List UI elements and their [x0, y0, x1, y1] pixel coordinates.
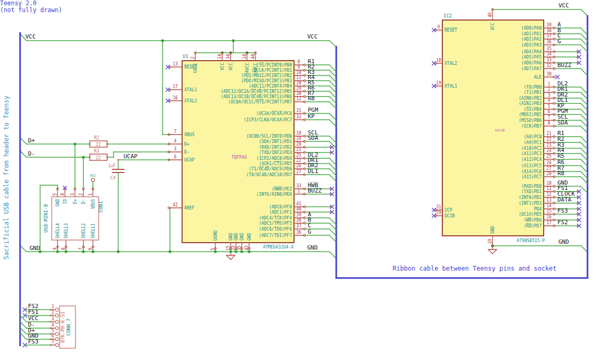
net-label: G [308, 228, 311, 235]
pin-end-dot [577, 225, 579, 227]
u1-footprint: TQFP44 [232, 155, 247, 160]
ic2-pin-name: (AD7)PA7 [521, 66, 542, 71]
vcc-symbol-icon [91, 178, 94, 181]
u1-pin-number: 31 [296, 108, 301, 113]
junction-dot [117, 250, 119, 253]
ic2-pin-number: 39 [546, 23, 552, 27]
ic2-pin-number: 36 [546, 40, 552, 44]
ic2-pin-number: 9 [438, 25, 440, 30]
con1-pin-name: ID [63, 199, 68, 204]
ic2-pin-name: (A8)PC0 [524, 135, 542, 139]
net-label-dplus: D+ [28, 137, 35, 144]
u1-pin-name: AVCC [245, 63, 250, 73]
bus-entry [329, 113, 336, 120]
ic2-pin-name: (MOSI)PB5 [519, 112, 542, 117]
ic2-pin-number: 1 [548, 82, 551, 87]
ic2-pin-number: 38 [546, 28, 552, 33]
ic2-pin-name: (AIN0)PB2 [519, 96, 542, 101]
ic2-pin-name: (S̅S̅)PB4 [524, 107, 542, 112]
ic2-pin-number: 10 [546, 181, 552, 186]
ic2-pin-name: (AD2)PA2 [521, 37, 542, 42]
junction-dot [56, 250, 59, 253]
conn7-pin-circle [55, 320, 59, 323]
pin-end-dot [330, 152, 331, 154]
u1-pin-number: 7 [174, 129, 177, 134]
ic2-pin-number: 4 [548, 98, 551, 103]
u1-pin-number: 20 [296, 142, 301, 147]
u1-pin-number: 27 [296, 169, 301, 174]
u1-pin-number: 3 [174, 147, 177, 151]
u1-pin-number: 21 [296, 147, 301, 152]
bus-entry [581, 166, 587, 173]
u1-pin-name: (ADC11/PCINT4)PB4 [249, 84, 292, 89]
u1-pin-name: (PDO/MISO/PCINT3)PB3 [241, 79, 292, 83]
u1-pin-name: UCAP [184, 158, 194, 162]
u1-pin-number: 29 [296, 86, 301, 91]
u1-pin-name: (SCLK/PCINT1)PB1 [251, 68, 292, 73]
bus-entry [581, 137, 587, 143]
ic2-pin-number: 15 [546, 209, 552, 214]
ic2-pin-name: (AD0)PA0 [521, 26, 542, 31]
ic2-pin-name: (INT0)PD2 [519, 195, 542, 200]
ic2-pin-number: 20 [488, 238, 492, 244]
u1-pin-number: 13 [173, 62, 178, 66]
u1-pin-number: 36 [296, 230, 301, 235]
ic2-pin-name: (OC1A)PD5 [519, 212, 542, 217]
u1-pin-name: (ADC12/OC1A/O̅C̅4̅B̅/PCINT12)PB5 [221, 89, 292, 94]
u1-pin-number: 14 [217, 54, 222, 59]
ic2-reference: IC2 [443, 13, 452, 18]
u1-pin-number: 41 [296, 202, 301, 206]
u1-reference: U1 [183, 54, 188, 59]
ic2-pin-name: (RXD)PD0 [521, 184, 542, 189]
ic2-pin-name: (AIN1)PB3 [519, 101, 542, 106]
conn7-pin-number: 5 [52, 329, 54, 333]
pin-end-dot [577, 51, 579, 53]
con1-pin-number: 2 [79, 193, 83, 196]
bus-entry [581, 126, 587, 133]
ic2-pin-number: 40 [488, 12, 492, 17]
u1-pin-number: 11 [296, 75, 301, 80]
junction-dot [168, 250, 171, 253]
u1-pin-name: VCC [220, 63, 225, 71]
conn7-pin-number: 1 [52, 304, 54, 309]
pin-end-dot [577, 62, 579, 64]
u1-pin-number: 33 [296, 184, 301, 188]
ic2-pin-name: (R̅D̅)PD7 [524, 223, 542, 228]
ic2-pin-name: XTAL2 [444, 61, 457, 66]
u1-pin-number: 34 [226, 54, 231, 59]
ic2-pin-name: (A13)PC5 [521, 164, 542, 168]
junction-dot [64, 250, 67, 253]
con1-value: USB-MINI-B [43, 204, 49, 233]
pin-end-dot [330, 194, 331, 195]
u1-pin-number: 16 [173, 95, 178, 100]
u1-pin-name: (T1/O̅C̅4̅D̅/ADC9)PD6 [249, 166, 292, 171]
ic2-pin-name: (A9)PC1 [524, 140, 542, 145]
net-label-vcc-ic2: VCC [558, 2, 569, 9]
con1-reference: CON1 [98, 201, 103, 213]
con1-pin-name: D+ [73, 199, 78, 204]
ic2-pin-number: 31 [436, 205, 441, 209]
c4-value: 1uF [108, 164, 116, 168]
ic2-pin-name: PD4 [534, 207, 542, 212]
ic2-pin-name: (A14)PC6 [521, 169, 542, 174]
net-label: BUZZ [557, 62, 572, 69]
wire [581, 246, 587, 252]
r2-reference: R2 [94, 136, 99, 140]
ic2-pin-number: 21 [546, 131, 552, 136]
u1-pin-number: 4 [174, 139, 177, 143]
u1-pin-number: 28 [296, 81, 301, 85]
bus-entry [581, 142, 587, 149]
note-teensy: Teensy 2.0 (not fully drawn) [0, 0, 62, 14]
u1-pin-name: (H̅W̅B̅)PE2 [271, 186, 292, 191]
junction-dot [161, 39, 164, 42]
u1-pin-number: 23 [231, 245, 236, 251]
conn7-reference: CONN_7 [66, 319, 71, 336]
ic2-pin-name: GND [490, 226, 495, 234]
ic2-pin-number: 23 [546, 143, 552, 148]
u1-pin-number: 22 [296, 158, 301, 163]
r3-value: 22 [96, 156, 101, 160]
net-label: R8 [557, 170, 564, 177]
conn7-pin-circle [55, 343, 59, 347]
net-label-gnd-ic2: GND [558, 238, 569, 245]
wire [329, 252, 336, 258]
